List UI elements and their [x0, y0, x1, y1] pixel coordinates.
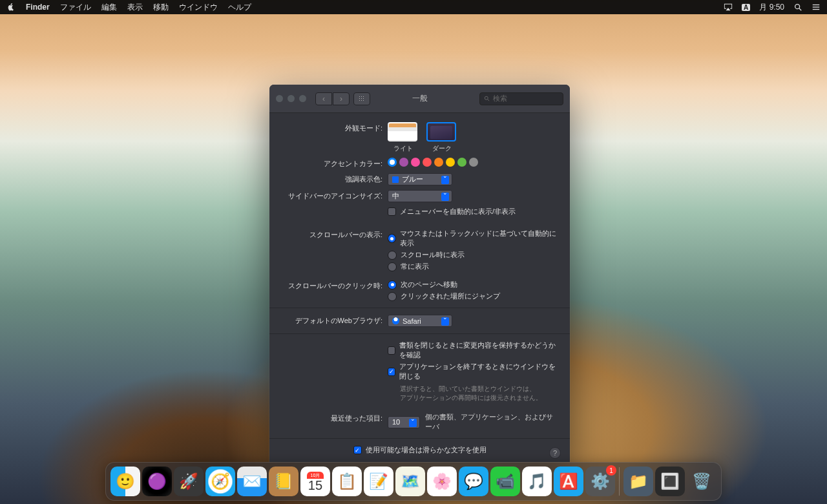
highlight-color-value: ブルー — [402, 174, 423, 184]
smooth-font-label: 使用可能な場合は滑らかな文字を使用 — [366, 445, 487, 455]
close-button[interactable] — [276, 95, 283, 102]
scrollclick-jump-radio[interactable]: クリックされた場所にジャンプ — [388, 291, 558, 301]
scrollbar-click-label: スクロールバーのクリック時: — [281, 280, 388, 291]
accent-swatch-6[interactable] — [457, 158, 466, 167]
search-placeholder: 検索 — [493, 94, 507, 103]
dock-finder-icon[interactable]: 🙂 — [110, 467, 140, 496]
menu-window[interactable]: ウインドウ — [179, 2, 218, 13]
recent-items-value: 10 — [392, 418, 400, 426]
input-source-indicator[interactable]: A — [742, 4, 750, 11]
smooth-font-checkbox[interactable]: ✓使用可能な場合は滑らかな文字を使用 — [353, 445, 487, 455]
forward-button[interactable]: › — [333, 92, 350, 105]
scrollbar-show-label: スクロールバーの表示: — [281, 229, 388, 240]
dock-contacts-icon[interactable]: 📒 — [269, 467, 298, 496]
close-windows-checkbox[interactable]: ✓アプリケーションを終了するときにウインドウを閉じる — [388, 362, 558, 381]
ask-keep-changes-label: 書類を閉じるときに変更内容を保持するかどうかを確認 — [399, 341, 558, 360]
menubar: Finder ファイル 編集 表示 移動 ウインドウ ヘルプ A 月 9:50 — [0, 0, 827, 14]
menu-help[interactable]: ヘルプ — [228, 2, 251, 13]
dock-messages-icon[interactable]: 💬 — [459, 467, 488, 496]
accent-swatch-0[interactable] — [388, 158, 397, 167]
default-browser-value: Safari — [403, 317, 421, 325]
zoom-button[interactable] — [299, 95, 306, 102]
accent-swatch-2[interactable] — [411, 158, 420, 167]
system-preferences-general-window: ‹ › 一般 検索 外観モード: ライト ダーク アクセントカラー: 強調表示色… — [269, 85, 570, 467]
dock-notes-icon[interactable]: 📝 — [364, 467, 393, 496]
scrollbar-auto-radio[interactable]: マウスまたはトラックパッドに基づいて自動的に表示 — [388, 229, 558, 248]
menu-file[interactable]: ファイル — [60, 2, 91, 13]
dock-calendar-day: 15 — [307, 479, 324, 492]
close-windows-label: アプリケーションを終了するときにウインドウを閉じる — [399, 362, 558, 381]
dock-appstore-icon[interactable]: 🅰️ — [554, 467, 583, 496]
highlight-color-select[interactable]: ブルー — [388, 173, 452, 185]
default-browser-select[interactable]: Safari — [388, 315, 452, 327]
window-titlebar[interactable]: ‹ › 一般 検索 — [269, 85, 570, 113]
dock-launchpad-icon[interactable]: 🚀 — [174, 467, 204, 496]
help-button[interactable]: ? — [549, 447, 561, 459]
appearance-light-option[interactable]: ライト — [388, 122, 419, 153]
dock-prefs-badge: 1 — [606, 465, 616, 476]
menu-edit[interactable]: 編集 — [101, 2, 117, 13]
ask-keep-changes-checkbox[interactable]: 書類を閉じるときに変更内容を保持するかどうかを確認 — [388, 341, 558, 360]
accent-swatch-5[interactable] — [446, 158, 455, 167]
scrollclick-nextpage-radio[interactable]: 次のページへ移動 — [388, 280, 558, 289]
dock-facetime-icon[interactable]: 📹 — [490, 467, 520, 496]
accent-swatch-3[interactable] — [423, 158, 432, 167]
sidebar-icon-size-label: サイドバーのアイコンサイズ: — [281, 190, 388, 201]
accent-color-label: アクセントカラー: — [281, 158, 388, 169]
back-button[interactable]: ‹ — [315, 92, 332, 105]
search-icon — [484, 96, 490, 102]
auto-hide-menubar-checkbox[interactable]: メニューバーを自動的に表示/非表示 — [388, 207, 558, 216]
airplay-icon[interactable] — [724, 3, 733, 12]
accent-color-swatches — [388, 158, 558, 167]
dock-downloads-icon[interactable]: 📁 — [623, 467, 653, 496]
dock-maps-icon[interactable]: 🗺️ — [395, 467, 425, 496]
window-title: 一般 — [412, 93, 428, 104]
safari-icon — [392, 317, 399, 324]
dock-photos-icon[interactable]: 🌸 — [427, 467, 457, 496]
scrollbar-always-label: 常に表示 — [401, 262, 429, 271]
window-traffic-lights — [276, 95, 306, 102]
accent-swatch-4[interactable] — [434, 158, 443, 167]
accent-swatch-7[interactable] — [469, 158, 478, 167]
close-windows-hint: 選択すると、開いていた書類とウインドウは、アプリケーションの再開時には復元されま… — [400, 384, 558, 403]
menubar-clock[interactable]: 月 9:50 — [759, 2, 784, 13]
appearance-label: 外観モード: — [281, 122, 388, 133]
recent-items-label: 最近使った項目: — [281, 412, 388, 423]
minimize-button[interactable] — [288, 95, 295, 102]
scrollbar-always-radio[interactable]: 常に表示 — [388, 262, 558, 271]
notification-center-icon[interactable] — [811, 3, 821, 12]
svg-line-6 — [488, 99, 490, 101]
dock-stacks-icon[interactable]: 🔳 — [655, 467, 685, 496]
appearance-light-label: ライト — [388, 144, 419, 153]
spotlight-icon[interactable] — [793, 3, 802, 12]
search-field[interactable]: 検索 — [479, 92, 563, 105]
show-all-button[interactable] — [353, 92, 370, 105]
highlight-color-label: 強調表示色: — [281, 173, 388, 184]
menu-view[interactable]: 表示 — [127, 2, 143, 13]
dock-siri-icon[interactable]: 🟣 — [142, 467, 172, 496]
auto-hide-menubar-label: メニューバーを自動的に表示/非表示 — [400, 207, 516, 216]
dock: 🙂 🟣 🚀 🧭 ✉️ 📒 10月15 📋 📝 🗺️ 🌸 💬 📹 🎵 🅰️ ⚙️1… — [105, 462, 722, 501]
dock-mail-icon[interactable]: ✉️ — [237, 467, 267, 496]
scrollbar-auto-label: マウスまたはトラックパッドに基づいて自動的に表示 — [400, 229, 558, 248]
menubar-app-name[interactable]: Finder — [26, 3, 50, 12]
dock-reminders-icon[interactable]: 📋 — [332, 467, 362, 496]
svg-line-1 — [799, 8, 802, 11]
dock-system-preferences-icon[interactable]: ⚙️1 — [585, 467, 615, 496]
scrollbar-when-scrolling-radio[interactable]: スクロール時に表示 — [388, 250, 558, 260]
dock-itunes-icon[interactable]: 🎵 — [522, 467, 552, 496]
sidebar-icon-size-select[interactable]: 中 — [388, 190, 452, 202]
appearance-dark-label: ダーク — [426, 144, 457, 153]
appearance-dark-option[interactable]: ダーク — [426, 122, 457, 153]
sidebar-icon-size-value: 中 — [392, 191, 399, 201]
dock-separator — [619, 467, 620, 496]
dock-safari-icon[interactable]: 🧭 — [205, 467, 235, 496]
dock-calendar-icon[interactable]: 10月15 — [300, 467, 330, 496]
accent-swatch-1[interactable] — [399, 158, 408, 167]
recent-items-select[interactable]: 10 — [388, 416, 420, 428]
recent-items-suffix: 個の書類、アプリケーション、およびサーバ — [425, 412, 558, 432]
scrollbar-when-scrolling-label: スクロール時に表示 — [401, 250, 465, 260]
apple-logo-icon[interactable] — [6, 3, 16, 12]
menu-go[interactable]: 移動 — [153, 2, 169, 13]
dock-trash-icon[interactable]: 🗑️ — [687, 467, 717, 496]
